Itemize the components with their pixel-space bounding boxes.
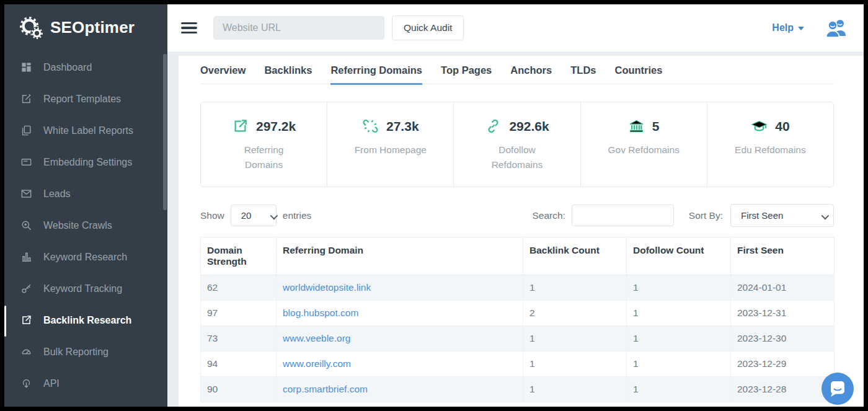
entries-label: entries xyxy=(283,210,312,221)
stat-label: Edu Refdomains xyxy=(733,143,807,157)
table-row: 73 www.veeble.org 1 1 2023-12-30 xyxy=(201,326,835,351)
search-label: Search: xyxy=(532,210,565,221)
sidebar-item[interactable]: Backlink Research xyxy=(4,304,167,336)
column-header-domain-strength[interactable]: Domain Strength xyxy=(201,237,277,275)
cell-backlink-count: 1 xyxy=(523,275,627,301)
tab[interactable]: Top Pages xyxy=(441,64,492,85)
sidebar-item[interactable]: Leads xyxy=(4,178,167,210)
referring-domain-link[interactable]: worldwidetopsite.link xyxy=(283,282,371,293)
stat-value: 40 xyxy=(775,119,789,134)
entries-select[interactable]: 20 xyxy=(231,205,277,226)
embedding-settings-icon xyxy=(20,156,32,168)
help-label: Help xyxy=(772,22,794,33)
tab[interactable]: Referring Domains xyxy=(330,64,422,85)
referring-domains-icon xyxy=(232,118,249,135)
sort-amount-down-icon xyxy=(818,246,828,256)
referring-domain-link[interactable]: www.oreilly.com xyxy=(283,358,351,369)
cell-dofollow-count: 1 xyxy=(627,377,731,402)
sidebar-item-label: Leads xyxy=(43,188,71,200)
tab[interactable]: Backlinks xyxy=(264,64,312,85)
tab-label: Anchors xyxy=(510,64,552,76)
sidebar-item[interactable]: API xyxy=(4,368,167,399)
dofollow-refdomains-icon xyxy=(485,118,502,135)
table-row: 97 blog.hubspot.com 2 1 2023-12-31 xyxy=(201,301,835,326)
tab[interactable]: Anchors xyxy=(510,64,552,85)
referring-domain-link[interactable]: www.veeble.org xyxy=(283,333,350,343)
cell-referring-domain: www.oreilly.com xyxy=(277,351,523,377)
cell-backlink-count: 1 xyxy=(523,377,627,402)
sidebar-item[interactable]: Website Crawls xyxy=(4,210,167,241)
quick-audit-button[interactable]: Quick Audit xyxy=(392,15,464,40)
tab[interactable]: Overview xyxy=(200,64,246,85)
app-logo[interactable]: SEOptimer xyxy=(4,4,167,40)
show-label: Show xyxy=(200,210,224,221)
active-item-indicator xyxy=(4,306,6,337)
cell-first-seen: 2023-12-30 xyxy=(731,326,835,351)
stat-value: 297.2k xyxy=(256,119,296,134)
main-content: Overview Backlinks Referring Domains Top… xyxy=(179,56,864,407)
column-header-referring-domain[interactable]: Referring Domain xyxy=(277,237,523,275)
stat-value: 27.3k xyxy=(386,119,419,134)
column-header-first-seen[interactable]: First Seen xyxy=(731,237,835,275)
sort-group: Sort By: First Seen xyxy=(689,204,834,227)
account-users-icon[interactable] xyxy=(825,18,848,38)
sort-by-select[interactable]: First Seen xyxy=(730,204,834,227)
backlink-research-icon xyxy=(20,314,32,326)
app-logo-text: SEOptimer xyxy=(50,18,135,37)
sidebar-item-label: Embedding Settings xyxy=(43,157,132,168)
sidebar-item[interactable]: Keyword Tracking xyxy=(4,273,167,304)
sidebar-item-label: White Label Reports xyxy=(43,125,133,136)
sidebar-item[interactable]: Dashboard xyxy=(4,51,167,83)
tab[interactable]: TLDs xyxy=(570,64,596,85)
tab-label: Referring Domains xyxy=(330,64,422,76)
keyword-research-icon xyxy=(20,251,32,263)
referring-domains-table: Domain Strength Referring Domain Backlin… xyxy=(200,237,835,402)
chevron-down-icon xyxy=(798,27,804,30)
referring-domain-link[interactable]: blog.hubspot.com xyxy=(283,307,358,318)
sidebar-item[interactable]: Embedding Settings xyxy=(4,146,167,178)
topbar-divider xyxy=(179,51,864,56)
column-header-backlink-count[interactable]: Backlink Count xyxy=(523,237,627,275)
report-templates-icon xyxy=(20,93,32,105)
from-homepage-icon xyxy=(362,118,379,135)
cell-first-seen: 2024-01-01 xyxy=(731,275,835,301)
api-icon xyxy=(20,378,32,389)
stat-value: 5 xyxy=(652,119,660,134)
sidebar-item-label: Website Crawls xyxy=(43,220,112,231)
tab-label: Top Pages xyxy=(441,64,492,76)
cell-referring-domain: blog.hubspot.com xyxy=(277,301,523,326)
tab-label: TLDs xyxy=(570,64,596,76)
sidebar-nav: Dashboard Report Templates White Label R… xyxy=(4,51,167,399)
column-header-dofollow-count[interactable]: Dofollow Count xyxy=(627,237,731,275)
report-tabs: Overview Backlinks Referring Domains Top… xyxy=(200,56,834,84)
chat-widget-button[interactable] xyxy=(822,373,854,405)
white-label-reports-icon xyxy=(20,125,32,136)
sidebar-item[interactable]: Keyword Research xyxy=(4,241,167,273)
cell-dofollow-count: 1 xyxy=(627,275,731,301)
keyword-tracking-icon xyxy=(20,283,32,294)
sidebar-item-label: Keyword Tracking xyxy=(43,283,122,294)
dashboard-icon xyxy=(20,61,32,73)
menu-toggle-icon[interactable] xyxy=(181,22,197,34)
cell-domain-strength: 62 xyxy=(201,275,277,301)
tab[interactable]: Countries xyxy=(614,64,662,85)
sidebar-item[interactable]: Report Templates xyxy=(4,83,167,115)
cell-dofollow-count: 1 xyxy=(627,351,731,377)
search-input[interactable] xyxy=(572,205,674,226)
sidebar-scrollbar[interactable] xyxy=(163,54,167,210)
sidebar-item[interactable]: White Label Reports xyxy=(4,115,167,146)
sidebar-item-label: Report Templates xyxy=(43,94,121,105)
cell-dofollow-count: 1 xyxy=(627,326,731,351)
help-menu[interactable]: Help xyxy=(772,22,804,33)
stat-card: 297.2k Referring Domains xyxy=(201,102,327,187)
referring-domain-link[interactable]: corp.smartbrief.com xyxy=(283,384,368,394)
tab-label: Backlinks xyxy=(264,64,312,76)
sidebar-item[interactable]: Bulk Reporting xyxy=(4,336,167,368)
table-row: 62 worldwidetopsite.link 1 1 2024-01-01 xyxy=(201,275,835,301)
cell-domain-strength: 90 xyxy=(201,377,277,402)
cell-first-seen: 2023-12-31 xyxy=(731,301,835,326)
cell-domain-strength: 97 xyxy=(201,301,277,326)
cell-referring-domain: corp.smartbrief.com xyxy=(277,377,523,402)
gov-refdomains-icon xyxy=(628,118,645,135)
website-url-input[interactable] xyxy=(213,16,384,40)
